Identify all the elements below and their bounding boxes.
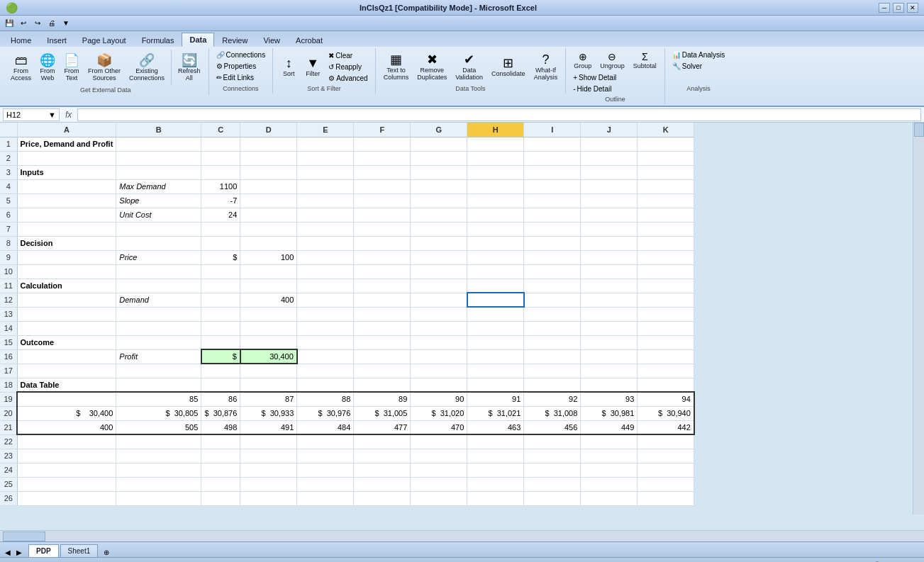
cell-B19[interactable]: 85 [116, 392, 201, 406]
cell-J12[interactable] [581, 293, 638, 307]
cell-C6[interactable]: 24 [201, 208, 240, 222]
cell-C3[interactable] [201, 165, 240, 179]
cell-G25[interactable] [411, 477, 467, 491]
cell-D24[interactable] [240, 463, 297, 477]
cell-K11[interactable] [638, 279, 694, 293]
cell-F22[interactable] [354, 434, 411, 449]
cell-G2[interactable] [411, 151, 467, 165]
cell-I1[interactable] [524, 137, 581, 151]
cell-E1[interactable] [297, 137, 354, 151]
cell-A8[interactable]: Decision [17, 236, 116, 250]
cell-A15[interactable]: Outcome [17, 335, 116, 349]
cell-E10[interactable] [297, 264, 354, 279]
cell-C8[interactable] [201, 236, 240, 250]
cell-E21[interactable]: 484 [297, 420, 354, 434]
col-header-K[interactable]: K [638, 123, 694, 137]
clear-button[interactable]: ✖ Clear [325, 50, 370, 61]
ungroup-button[interactable]: ⊖ Ungroup [596, 50, 628, 72]
cell-K9[interactable] [638, 250, 694, 264]
cell-C26[interactable] [201, 491, 240, 505]
edit-links-button[interactable]: ✏ Edit Links [213, 72, 257, 83]
consolidate-button[interactable]: ⊞ Consolidate [488, 55, 529, 79]
text-to-columns-button[interactable]: ▦ Text toColumns [380, 51, 413, 83]
cell-K1[interactable] [638, 137, 694, 151]
cell-J26[interactable] [581, 491, 638, 505]
cell-I25[interactable] [524, 477, 581, 491]
cell-B1[interactable] [116, 137, 201, 151]
cell-I16[interactable] [524, 349, 581, 364]
cell-K8[interactable] [638, 236, 694, 250]
cell-H13[interactable] [467, 307, 524, 321]
cell-A12[interactable] [17, 293, 116, 307]
cell-D7[interactable] [240, 222, 297, 236]
cell-A18[interactable]: Data Table [17, 378, 116, 392]
cell-F1[interactable] [354, 137, 411, 151]
cell-K15[interactable] [638, 335, 694, 349]
cell-E22[interactable] [297, 434, 354, 449]
cell-I26[interactable] [524, 491, 581, 505]
cell-J7[interactable] [581, 222, 638, 236]
cell-I14[interactable] [524, 321, 581, 335]
cell-G10[interactable] [411, 264, 467, 279]
group-button[interactable]: ⊕ Group [570, 50, 595, 72]
cell-H14[interactable] [467, 321, 524, 335]
cell-J5[interactable] [581, 193, 638, 208]
cell-H17[interactable] [467, 364, 524, 378]
cell-J13[interactable] [581, 307, 638, 321]
cell-D9[interactable]: 100 [240, 250, 297, 264]
data-validation-button[interactable]: ✔ DataValidation [452, 51, 486, 83]
subtotal-button[interactable]: Σ Subtotal [630, 50, 660, 72]
cell-E16[interactable] [297, 349, 354, 364]
solver-button[interactable]: 🔧 Solver [669, 61, 705, 72]
cell-C5[interactable]: -7 [201, 193, 240, 208]
cell-K22[interactable] [638, 434, 694, 449]
cell-J18[interactable] [581, 378, 638, 392]
cell-G22[interactable] [411, 434, 467, 449]
cell-I4[interactable] [524, 179, 581, 193]
tab-home[interactable]: Home [3, 33, 39, 47]
cell-F12[interactable] [354, 293, 411, 307]
cell-B2[interactable] [116, 151, 201, 165]
qa-undo[interactable]: ↩ [17, 17, 30, 30]
cell-G6[interactable] [411, 208, 467, 222]
cell-B20[interactable]: $ 30,805 [116, 406, 201, 420]
tab-page-layout[interactable]: Page Layout [74, 33, 134, 47]
cell-H25[interactable] [467, 477, 524, 491]
cell-A4[interactable] [17, 179, 116, 193]
tab-acrobat[interactable]: Acrobat [288, 33, 330, 47]
cell-H7[interactable] [467, 222, 524, 236]
cell-F10[interactable] [354, 264, 411, 279]
cell-B14[interactable] [116, 321, 201, 335]
cell-D19[interactable]: 87 [240, 392, 297, 406]
cell-D21[interactable]: 491 [240, 420, 297, 434]
cell-F23[interactable] [354, 449, 411, 463]
cell-D18[interactable] [240, 378, 297, 392]
cell-B25[interactable] [116, 477, 201, 491]
cell-G5[interactable] [411, 193, 467, 208]
cell-C18[interactable] [201, 378, 240, 392]
cell-A26[interactable] [17, 491, 116, 505]
cell-B16[interactable]: Profit [116, 349, 201, 364]
cell-J19[interactable]: 93 [581, 392, 638, 406]
cell-J16[interactable] [581, 349, 638, 364]
cell-J25[interactable] [581, 477, 638, 491]
maximize-button[interactable]: □ [893, 3, 904, 13]
cell-H4[interactable] [467, 179, 524, 193]
cell-E5[interactable] [297, 193, 354, 208]
cell-G17[interactable] [411, 364, 467, 378]
sheet-tab-sheet1[interactable]: Sheet1 [60, 544, 99, 557]
cell-H15[interactable] [467, 335, 524, 349]
cell-K7[interactable] [638, 222, 694, 236]
hide-detail-button[interactable]: - Hide Detail [570, 84, 614, 94]
cell-I12[interactable] [524, 293, 581, 307]
cell-C23[interactable] [201, 449, 240, 463]
cell-I9[interactable] [524, 250, 581, 264]
cell-K10[interactable] [638, 264, 694, 279]
cell-K19[interactable]: 94 [638, 392, 694, 406]
cell-A25[interactable] [17, 477, 116, 491]
cell-K13[interactable] [638, 307, 694, 321]
cell-D25[interactable] [240, 477, 297, 491]
cell-F25[interactable] [354, 477, 411, 491]
formula-input[interactable] [77, 108, 921, 121]
cell-K18[interactable] [638, 378, 694, 392]
